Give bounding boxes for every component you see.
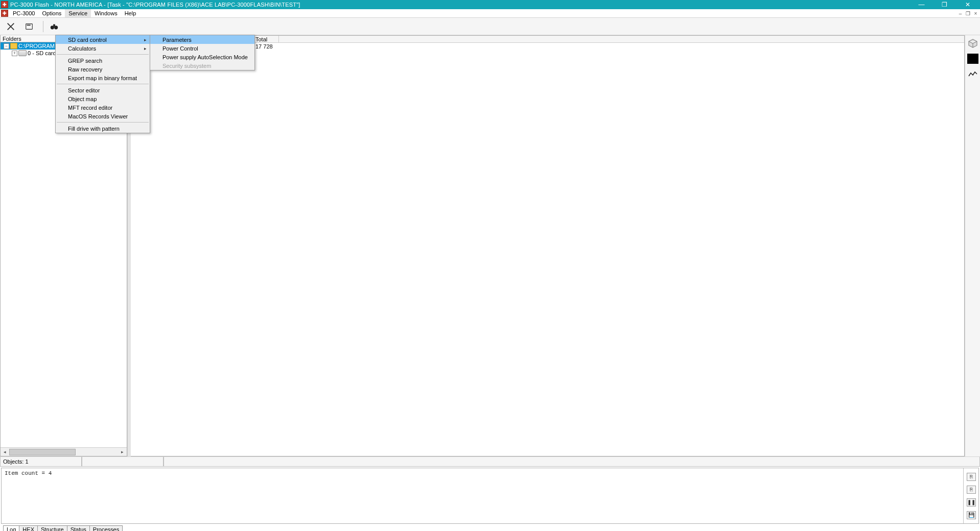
- log-btn-save[interactable]: 💾: [967, 511, 976, 519]
- service-menu-item[interactable]: Fill drive with pattern: [56, 124, 150, 133]
- status-objects: Objects: 1: [0, 457, 82, 467]
- mdi-minimize-button[interactable]: –: [957, 10, 964, 17]
- zigzag-icon[interactable]: [968, 69, 978, 79]
- svg-rect-4: [53, 24, 55, 27]
- tab-log[interactable]: Log: [3, 525, 19, 531]
- close-button[interactable]: ✕: [956, 0, 979, 9]
- scroll-thumb[interactable]: [9, 449, 76, 455]
- status-cell-2: [82, 457, 164, 467]
- service-menu-item[interactable]: Raw recovery: [56, 65, 150, 74]
- mdi-close-button[interactable]: ×: [972, 10, 979, 17]
- black-square-icon[interactable]: [967, 54, 978, 64]
- menu-windows[interactable]: Windows: [91, 9, 121, 17]
- wrench-cross-icon: [6, 22, 15, 31]
- collapse-icon[interactable]: −: [4, 43, 9, 49]
- tab-hex[interactable]: HEX: [19, 525, 38, 531]
- tree-horizontal-scrollbar[interactable]: ◂ ▸: [1, 447, 127, 456]
- service-menu-item[interactable]: Object map: [56, 94, 150, 103]
- window-title: PC-3000 Flash - NORTH AMERICA - [Task - …: [10, 2, 910, 8]
- scroll-left-arrow-icon[interactable]: ◂: [1, 448, 9, 456]
- sdcard-submenu-item[interactable]: Power supply AutoSelection Mode: [150, 53, 254, 61]
- toolbar: SD card controlCalculatorsGREP searchRaw…: [0, 18, 980, 35]
- menu-help[interactable]: Help: [121, 9, 140, 17]
- mdi-restore-button[interactable]: ❐: [965, 10, 971, 17]
- sdcard-submenu-item[interactable]: Parameters: [150, 35, 254, 44]
- tab-status[interactable]: Status: [67, 525, 90, 531]
- log-btn-pause[interactable]: ❚❚: [967, 498, 976, 506]
- service-menu-item[interactable]: SD card control: [56, 35, 150, 44]
- log-btn-clipboard[interactable]: ⎘: [967, 473, 976, 481]
- log-side-controls: ⎘ ⎘ ❚❚ 💾: [963, 468, 978, 523]
- service-menu-item[interactable]: Sector editor: [56, 86, 150, 94]
- menu-pc3000[interactable]: PC-3000: [9, 9, 38, 17]
- main-grid[interactable]: Total 17 728: [131, 36, 964, 456]
- sdcard-submenu-item: Security subsystem: [150, 61, 254, 70]
- toolbar-btn-task[interactable]: [21, 20, 37, 33]
- svg-rect-1: [27, 25, 31, 26]
- service-menu-item[interactable]: Export map in binary format: [56, 74, 150, 82]
- log-btn-copy[interactable]: ⎘: [967, 486, 976, 494]
- scroll-right-arrow-icon[interactable]: ▸: [118, 448, 127, 456]
- service-menu-item[interactable]: Calculators: [56, 44, 150, 53]
- cube-icon[interactable]: [968, 38, 978, 49]
- log-panel: Item count = 4 ⎘ ⎘ ❚❚ 💾: [1, 468, 979, 524]
- status-bar: Objects: 1: [0, 456, 980, 467]
- menu-options[interactable]: Options: [38, 9, 65, 17]
- toolbar-btn-tools[interactable]: [3, 20, 18, 33]
- minimize-button[interactable]: —: [910, 0, 933, 9]
- menu-service[interactable]: Service: [65, 9, 91, 17]
- sdcard-submenu-item[interactable]: Power Control: [150, 44, 254, 53]
- folder-icon: [10, 43, 17, 49]
- right-toolbar: [965, 35, 980, 456]
- toolbar-btn-search[interactable]: [46, 20, 62, 33]
- service-menu-item[interactable]: MacOS Records Viewer: [56, 112, 150, 120]
- grid-col-total[interactable]: Total: [253, 36, 279, 42]
- service-menu-item[interactable]: MFT record editor: [56, 103, 150, 112]
- app-menu-icon: ✚: [1, 10, 8, 17]
- grid-data-row: 17 728: [253, 43, 964, 50]
- drive-icon: [18, 50, 27, 56]
- menu-bar: ✚ PC-3000 Options Service Windows Help –…: [0, 9, 980, 18]
- log-text[interactable]: Item count = 4: [2, 468, 963, 523]
- card-icon: [25, 22, 34, 31]
- tab-processes[interactable]: Processes: [89, 525, 123, 531]
- maximize-button[interactable]: ❐: [933, 0, 956, 9]
- toolbar-separator: [43, 21, 43, 32]
- title-bar: ✚ PC-3000 Flash - NORTH AMERICA - [Task …: [0, 0, 980, 9]
- svg-rect-0: [26, 23, 33, 29]
- sd-card-submenu: ParametersPower ControlPower supply Auto…: [150, 35, 255, 70]
- status-cell-3: [164, 457, 980, 467]
- tab-structure[interactable]: Structure: [37, 525, 67, 531]
- bottom-tab-bar: Log HEX Structure Status Processes: [0, 525, 980, 531]
- app-icon: ✚: [1, 1, 8, 8]
- service-menu-item[interactable]: GREP search: [56, 56, 150, 65]
- service-dropdown: SD card controlCalculatorsGREP searchRaw…: [55, 35, 150, 133]
- grid-cell-total: 17 728: [253, 43, 279, 50]
- expand-icon[interactable]: +: [12, 51, 17, 56]
- main-panel: Total 17 728: [131, 35, 965, 456]
- binoculars-icon: [50, 22, 59, 31]
- grid-header-row: Total: [253, 36, 964, 43]
